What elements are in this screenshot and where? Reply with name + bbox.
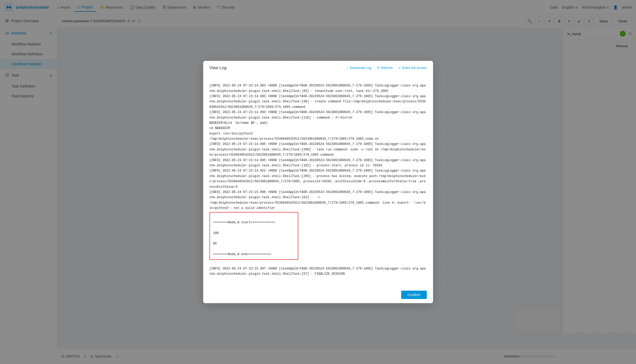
- fullscreen-button[interactable]: ⤢ Enter full screen: [398, 66, 427, 70]
- fullscreen-icon: ⤢: [398, 66, 401, 70]
- download-label: Download Log: [350, 66, 371, 70]
- highlight-line-3: 66: [213, 242, 217, 245]
- fullscreen-label: Enter full screen: [402, 66, 427, 70]
- modal: View Log ↓ Download Log ↺ Refresh ⤢ Ente…: [203, 61, 433, 303]
- modal-overlay[interactable]: View Log ↓ Download Log ↺ Refresh ⤢ Ente…: [0, 0, 636, 364]
- modal-body: [INFO] 2022-05-24 07:23:14.903 +0000 [ta…: [203, 74, 433, 286]
- log-text-1: [INFO] 2022-05-24 07:23:14.903 +0000 [ta…: [209, 84, 426, 210]
- refresh-icon: ↺: [377, 66, 380, 70]
- confirm-button[interactable]: Confirm: [401, 291, 427, 299]
- modal-actions: ↓ Download Log ↺ Refresh ⤢ Enter full sc…: [347, 66, 427, 70]
- modal-refresh-button[interactable]: ↺ Refresh: [377, 66, 393, 70]
- log-text-2: [INFO] 2022-05-24 07:23:15.907 +0000 [ta…: [209, 267, 426, 276]
- download-log-button[interactable]: ↓ Download Log: [347, 66, 371, 70]
- highlight-line-2: 100: [213, 231, 219, 235]
- highlight-line-1: ========Node_A start=============: [213, 221, 275, 224]
- modal-footer: Confirm: [203, 286, 433, 303]
- refresh-label: Refresh: [381, 66, 393, 70]
- modal-title: View Log: [209, 66, 227, 70]
- modal-header: View Log ↓ Download Log ↺ Refresh ⤢ Ente…: [203, 61, 433, 74]
- highlight-line-4: ========Node_A end=============: [213, 253, 271, 256]
- log-highlight-box: ========Node_A start============= 100 66…: [209, 212, 298, 260]
- download-icon: ↓: [347, 66, 348, 70]
